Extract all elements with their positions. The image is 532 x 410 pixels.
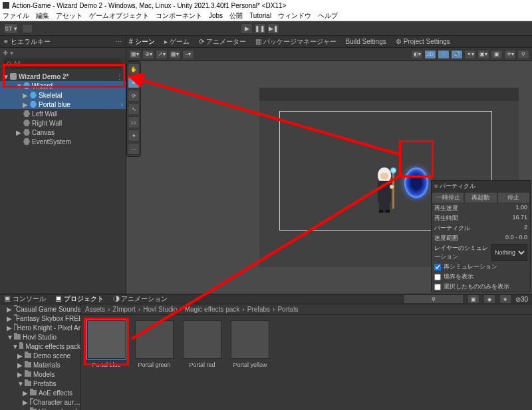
menu-help[interactable]: ヘルプ [318,11,338,21]
particle-resimulate[interactable] [434,264,441,270]
toggle-audio[interactable]: 🔊 [451,50,463,59]
folder-item[interactable]: ▶Demo scene [0,351,80,360]
asset-tile[interactable]: Portal green [134,320,174,410]
portal-blue-sprite[interactable] [404,167,428,198]
particle-speed-value[interactable]: 1.00 [515,204,527,213]
folder-item[interactable]: ▶Character aur… [0,397,80,407]
hierarchy-item[interactable]: ▶Portal blue› [0,100,126,109]
particle-selected-only[interactable] [434,284,441,290]
tab-build-settings[interactable]: Build Settings [346,38,386,45]
toggle-2d[interactable]: 2D [424,50,436,59]
folder-item[interactable]: ▶Casual Game Sounds [0,304,80,314]
filter-by-type-icon[interactable]: ▣ [467,294,479,304]
draw-mode[interactable]: ◐▾ [411,50,423,59]
particle-restart[interactable]: 再起動 [464,192,497,203]
particle-pause[interactable]: 一時停止 [432,192,464,203]
scene-search[interactable]: ⚲ [517,50,529,59]
hierarchy-item[interactable]: Right Wall [0,118,126,128]
pivot-dropdown[interactable]: ⊕▾ [142,50,154,59]
handle-dropdown[interactable]: ⤢▾ [156,50,168,59]
menu-window[interactable]: ウィンドウ [278,11,311,21]
gizmos-dropdown[interactable]: ✛▾ [504,50,516,59]
hierarchy-tab[interactable]: ≡ ヒエラルキー ⋯ [0,36,126,48]
particle-show-bounds[interactable] [434,274,441,280]
menu-jobs[interactable]: Jobs [209,12,223,19]
tab-project[interactable]: ▣ プロジェクト [55,294,104,304]
transform-tool[interactable]: ✦ [128,130,140,142]
step-button[interactable]: ▶❚ [267,23,279,34]
create-dropdown[interactable]: ✚ ▾ [3,49,13,56]
hierarchy-item[interactable]: ▶Skeletal [0,90,126,100]
breadcrumb-segment[interactable]: Magic effects pack [185,306,240,313]
project-search[interactable]: ⚲ [404,294,464,304]
tab-console[interactable]: ▣ コンソール [4,294,46,304]
asset-tile[interactable]: Portal yellow [230,320,270,410]
filter-by-label-icon[interactable]: ◆ [483,294,495,304]
folder-item[interactable]: ▶Hero Knight - Pixel Ar [0,323,80,332]
hierarchy-tree[interactable]: ▼ Wizard Demo 2* ⋮ ▼Wizard▶Skeletal▶Port… [0,70,126,294]
hierarchy-item[interactable]: ▶Canvas [0,128,126,137]
snap-dropdown[interactable]: ⌐▾ [182,50,194,59]
gizmo-camera[interactable]: ▣ [491,50,503,59]
move-tool[interactable]: ✥ [128,76,140,88]
pause-button[interactable]: ❚❚ [254,23,266,34]
folder-label: Casual Game Sounds [16,306,81,313]
folder-item[interactable]: ▶Models [0,369,80,379]
menu-file[interactable]: ファイル [3,11,29,21]
custom-tool[interactable]: ⋯ [128,143,140,155]
folder-item[interactable]: ▶Hits and explo [0,407,80,410]
folder-item[interactable]: ▼Hovl Studio [0,332,80,342]
breadcrumb-segment[interactable]: Portals [277,306,298,313]
folder-item[interactable]: ▶AoE effects [0,388,80,397]
toggle-lighting[interactable]: ♡ [438,50,450,59]
tab-project-settings[interactable]: ⚙Project Settings [396,38,450,45]
tool-dropdown[interactable]: ▦▾ [129,50,141,59]
folder-item[interactable]: ▼Prefabs [0,379,80,388]
folder-item[interactable]: ▶Materials [0,360,80,369]
menu-edit[interactable]: 編集 [36,11,49,21]
folder-item[interactable]: ▼Magic effects pack [0,342,80,351]
project-folder-tree[interactable]: ▶Casual Game Sounds▶Fantasy Skybox FREE▶… [0,304,81,410]
tab-package-manager[interactable]: ▥パッケージマネージャー [255,37,336,47]
grid-dropdown[interactable]: ▦▾ [169,50,181,59]
tab-game[interactable]: ▸ゲーム [164,37,190,47]
tab-animation[interactable]: ◑ アニメーション [113,294,168,304]
hierarchy-item[interactable]: EventSystem [0,137,126,146]
asset-grid[interactable]: Portal bluePortal greenPortal redPortal … [81,315,532,410]
menu-gameobject[interactable]: ゲームオブジェクト [89,11,149,21]
breadcrumb[interactable]: Assets›ZImport›Hovl Studio›Magic effects… [81,304,532,315]
breadcrumb-segment[interactable]: Assets [85,306,105,313]
menu-publish[interactable]: 公開 [229,11,243,21]
scale-tool[interactable]: ⤡ [128,103,140,115]
scene-view[interactable]: ✋ ✥ ⟳ ⤡ ▭ ✦ ⋯ ≡ パーティクル [126,61,532,294]
breadcrumb-segment[interactable]: ZImport [112,306,135,313]
hierarchy-search[interactable]: ⚲ All [3,58,123,69]
panel-lock-icon[interactable]: ⋯ [115,38,122,45]
toggle-fx[interactable]: ✦▾ [464,50,476,59]
toggle-skybox[interactable]: ▣▾ [477,50,489,59]
breadcrumb-segment[interactable]: Hovl Studio [143,306,177,313]
menu-asset[interactable]: アセット [56,11,82,21]
breadcrumb-segment[interactable]: Prefabs [247,306,270,313]
rotate-tool[interactable]: ⟳ [128,90,140,102]
wizard-sprite[interactable] [372,167,396,214]
play-button[interactable]: ▶ [241,23,253,34]
favorite-icon[interactable]: ★ [499,294,511,304]
scene-root[interactable]: ▼ Wizard Demo 2* ⋮ [0,72,126,81]
account-dropdown[interactable]: ST ▾ [4,23,18,34]
hierarchy-item[interactable]: ▼Wizard [0,81,126,90]
asset-tile[interactable]: Portal blue [86,320,126,410]
particle-stop[interactable]: 停止 [497,192,530,203]
cloud-icon[interactable] [22,24,33,33]
rect-tool[interactable]: ▭ [128,116,140,128]
tab-scene[interactable]: #シーン [129,37,155,47]
asset-tile[interactable]: Portal red [182,320,222,410]
hand-tool[interactable]: ✋ [128,63,140,75]
particle-layer-select[interactable]: Nothing [491,244,527,261]
folder-item[interactable]: ▶Fantasy Skybox FREE [0,314,80,323]
hierarchy-item[interactable]: Left Wall [0,109,126,118]
particle-speed-label: 再生速度 [434,204,458,213]
tab-animator[interactable]: ⟳アニメーター [199,37,246,47]
menu-component[interactable]: コンポーネント [156,11,202,21]
menu-tutorial[interactable]: Tutorial [249,12,271,19]
